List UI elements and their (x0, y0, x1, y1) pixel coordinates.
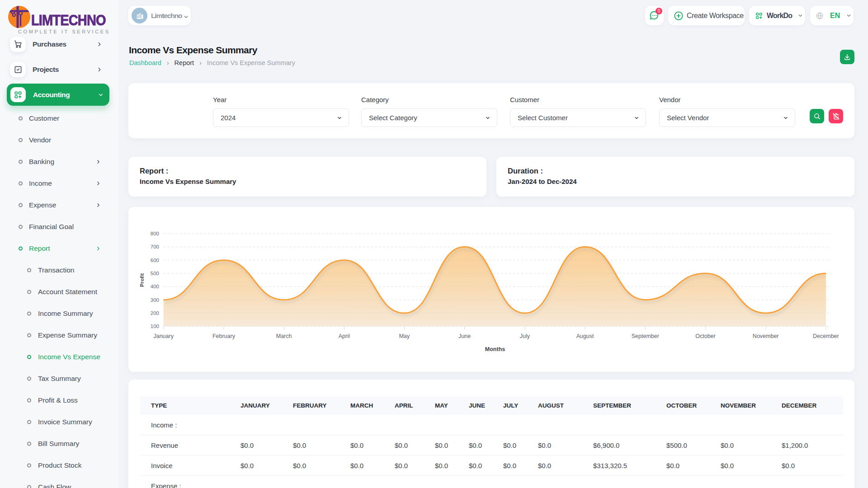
svg-text:October: October (695, 333, 715, 339)
svg-text:December: December (813, 333, 839, 339)
svg-text:September: September (632, 333, 659, 339)
svg-text:April: April (339, 333, 350, 339)
svg-text:800: 800 (151, 231, 159, 236)
svg-text:600: 600 (151, 258, 159, 263)
svg-text:February: February (212, 333, 236, 339)
svg-text:January: January (153, 333, 174, 339)
svg-text:300: 300 (151, 297, 159, 303)
svg-text:June: June (458, 333, 471, 339)
svg-text:500: 500 (151, 271, 159, 276)
svg-text:March: March (276, 333, 292, 339)
svg-text:Profit: Profit (139, 273, 145, 287)
svg-text:May: May (399, 333, 410, 339)
svg-text:July: July (520, 333, 530, 339)
svg-text:Months: Months (485, 346, 505, 352)
svg-text:200: 200 (151, 310, 159, 316)
svg-text:November: November (753, 333, 779, 339)
svg-text:400: 400 (151, 284, 159, 289)
svg-text:700: 700 (151, 244, 159, 249)
svg-text:August: August (576, 333, 594, 339)
svg-text:100: 100 (151, 324, 159, 329)
